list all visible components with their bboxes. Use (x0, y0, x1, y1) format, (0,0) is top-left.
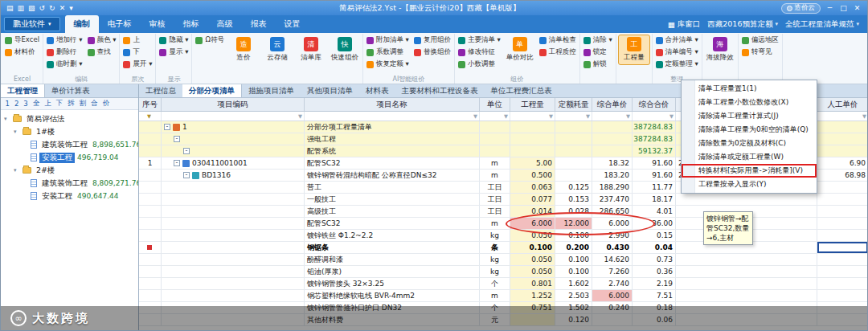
grid-cell-sn[interactable] (139, 121, 162, 133)
grid-cell-price[interactable] (592, 145, 633, 157)
library-window-button[interactable]: ▦ 库窗口 (668, 19, 700, 30)
grid-cell-pricing[interactable] (676, 254, 817, 265)
grid-cell-labor[interactable] (817, 266, 867, 277)
panel-tool-button[interactable]: 上 (43, 99, 54, 108)
grid-cell-code[interactable] (162, 242, 305, 253)
context-menu-item[interactable]: 清单工程量小数位数修改(X) (682, 96, 817, 109)
grid-cell-usage[interactable] (555, 170, 592, 181)
grid-cell-unit[interactable]: 元 (480, 314, 510, 325)
panel-tool-button[interactable]: 3 (22, 100, 30, 108)
grid-cell-name[interactable]: 铅油(厚浆) (305, 266, 480, 277)
grid-cell-code[interactable] (162, 254, 305, 265)
tree-item[interactable]: 建筑装饰工程8,809,271.76 (1, 177, 138, 190)
context-menu-item[interactable]: 清单工程量置1(1) (682, 82, 817, 96)
grid-cell-name[interactable]: 一般技工 (305, 194, 480, 205)
ribbon-button[interactable]: 材料价 (3, 47, 41, 58)
ribbon-button[interactable]: 替换组价 (412, 47, 452, 58)
grid-cell-pricing[interactable] (676, 290, 817, 301)
grid-cell-unit[interactable]: kg (480, 266, 510, 277)
maximize-button[interactable]: □ (837, 2, 850, 14)
grid-cell-total[interactable]: 387284.83 (633, 133, 676, 145)
tree-item[interactable]: ▾1#楼 (1, 125, 138, 138)
grid-cell-unit[interactable] (480, 145, 510, 157)
ribbon-button[interactable]: 解锁 (582, 59, 614, 70)
grid-cell-code[interactable] (162, 302, 305, 313)
grid-cell-qty[interactable]: 1.252 (510, 290, 555, 301)
grid-cell-price[interactable] (592, 314, 633, 325)
panel-tool-button[interactable]: 价 (100, 99, 112, 108)
column-header-name[interactable]: 项目名称 (305, 98, 480, 111)
grid-cell-usage[interactable]: 0.100 (555, 254, 592, 265)
grid-cell-usage[interactable]: 0.153 (555, 194, 592, 205)
grid-cell-total[interactable]: 91.60 (633, 170, 676, 181)
ribbon-button[interactable]: 恢复定额 ▾ (365, 59, 411, 70)
filter-cell-sn[interactable]: ▼ (139, 112, 162, 121)
grid-cell-unit[interactable]: 工日 (480, 194, 510, 205)
app-menu-button[interactable]: 鹏业软件 ▾ (4, 17, 60, 31)
grid-cell-qty[interactable]: 0.100 (510, 242, 555, 253)
ribbon-button[interactable]: 隐藏 ▾ (158, 35, 190, 46)
grid-cell-price[interactable] (592, 133, 633, 145)
ribbon-button[interactable]: 修改特征 (457, 47, 502, 58)
context-menu-item[interactable]: 清除清单或定额工程量(W) (682, 150, 817, 164)
grid-cell-usage[interactable]: 0.100 (555, 230, 592, 241)
context-menu-item[interactable]: 清除清单工程量计算式(J) (682, 109, 817, 123)
grid-cell-labor[interactable] (817, 230, 867, 241)
grid-cell-usage[interactable]: 1.602 (555, 278, 592, 289)
grid-cell-usage[interactable]: 2.503 (555, 290, 592, 301)
ribbon-button[interactable]: Ω符号 (194, 35, 226, 46)
grid-cell-labor[interactable] (817, 254, 867, 265)
grid-cell-sn[interactable] (139, 206, 162, 217)
grid-cell-sn[interactable] (139, 194, 162, 205)
grid-cell-total[interactable]: 0.04 (633, 242, 676, 253)
ribbon-button[interactable]: 清单检查 (538, 35, 578, 46)
pricing-cloud-button[interactable]: 造价云 (781, 3, 821, 14)
grid-cell-name[interactable]: 高级技工 (305, 206, 480, 217)
grid-cell-name[interactable]: 配管SC32 (305, 218, 480, 229)
grid-cell-price[interactable]: 0.240 (592, 302, 633, 313)
quickbar-icon[interactable]: ✕ (59, 4, 66, 12)
grid-cell-qty[interactable]: 0.500 (510, 170, 555, 181)
grid-cell-code[interactable] (162, 230, 305, 241)
tree-item[interactable]: ▾2#楼 (1, 164, 138, 177)
ribbon-button[interactable]: 显示 ▾ (158, 47, 190, 58)
close-button[interactable]: ✕ (850, 2, 864, 14)
grid-cell-unit[interactable]: 工日 (480, 182, 510, 193)
grid-cell-name[interactable]: 钢芯塑料绝缘软电线 BVR-4mm2 (305, 290, 480, 301)
grid-cell-name[interactable]: 普工 (305, 182, 480, 193)
grid-cell-unit[interactable]: m (480, 218, 510, 229)
context-menu-item[interactable]: 转换材料[实际用量->消耗量](V) (682, 164, 817, 178)
grid-cell-qty[interactable]: 0.063 (510, 182, 555, 193)
ribbon-button[interactable]: 上 (121, 35, 154, 46)
list-spec-select[interactable]: 全统工程量清单规范 ▾ (785, 19, 859, 30)
ribbon-button[interactable]: 偏远地区 (740, 35, 780, 46)
grid-cell-total[interactable]: 0.06 (633, 314, 676, 325)
grid-cell-unit[interactable]: 工日 (480, 206, 510, 217)
grid-cell-usage[interactable]: 1.502 (555, 302, 592, 313)
menu-tab[interactable]: 高级 (208, 15, 242, 33)
grid-cell-usage[interactable]: 0.120 (555, 314, 592, 325)
grid-cell-sn[interactable] (139, 218, 162, 229)
grid-cell-price[interactable] (592, 121, 633, 133)
grid-cell-labor[interactable] (817, 218, 867, 229)
filter-cell-unit[interactable]: ▼ (480, 112, 510, 121)
tree-item[interactable]: ▾简易评估法 (1, 112, 138, 125)
grid-cell-code[interactable]: -1 (162, 121, 305, 133)
grid-cell-unit[interactable]: kg (480, 254, 510, 265)
ribbon-button[interactable]: 增加行 ▾ (45, 35, 84, 46)
grid-cell-total[interactable]: 7.51 (633, 290, 676, 301)
grid-cell-labor[interactable]: 6.90 (817, 157, 867, 169)
grid-cell-name[interactable]: 镀锌钢管管箍补口护口 DN32 (305, 302, 480, 313)
grid-cell-labor[interactable] (817, 145, 867, 157)
filter-cell-qty[interactable]: ▼ (510, 112, 555, 121)
grid-cell-labor[interactable] (817, 302, 867, 313)
grid-cell-unit[interactable]: 条 (480, 242, 510, 253)
grid-cell-usage[interactable]: 0.028 (555, 206, 592, 217)
grid-cell-qty[interactable]: 0.014 (510, 206, 555, 217)
grid-cell-qty[interactable]: 0.050 (510, 254, 555, 265)
grid-cell-unit[interactable]: m (480, 170, 510, 181)
context-menu-item[interactable]: 清除清单工程量为0和空的清单(Q) (682, 123, 817, 137)
menu-tab[interactable]: 设置 (276, 15, 309, 33)
tree-item[interactable]: 安装工程496,719.04 (1, 151, 138, 164)
ribbon-button[interactable]: 清清单库 (295, 35, 327, 65)
